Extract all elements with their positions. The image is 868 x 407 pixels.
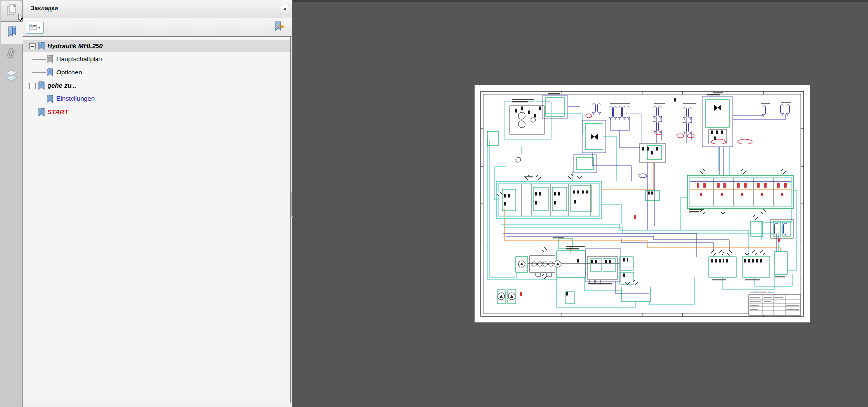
bookmark-label: Einstellungen	[56, 95, 95, 102]
bookmark-label: gehe zu...	[48, 82, 76, 89]
bookmark-item[interactable]: Hauptschaltplan	[23, 53, 290, 66]
collapse-panel-button[interactable]: ◄	[280, 5, 289, 14]
bookmark-ribbon-icon	[38, 81, 45, 90]
bookmark-item[interactable]: Hydraulik MHL250	[23, 40, 290, 52]
bookmark-ribbon-icon	[38, 42, 45, 50]
document-top-strip	[293, 0, 868, 2]
bookmark-tree: Hydraulik MHL250HauptschaltplanOptioneng…	[23, 36, 291, 403]
bookmark-label: Optionen	[56, 69, 82, 76]
svg-text:Hydraulik Schaltplan Optionen: Hydraulik Schaltplan Optionen	[749, 291, 775, 293]
panel-title: Закладки	[31, 5, 58, 12]
bookmark-ribbon-icon	[38, 108, 45, 117]
tree-connector	[32, 72, 46, 73]
bookmarks-panel: Закладки ◄ ▾	[23, 0, 292, 407]
pdf-viewer-window: { "panel": { "title": "Закладки", "colla…	[0, 0, 868, 407]
goto-bookmark-icon	[274, 20, 286, 34]
expander-collapse-icon[interactable]	[29, 83, 36, 89]
bookmark-options-icon	[29, 24, 37, 32]
bookmark-item[interactable]: Optionen	[23, 66, 290, 79]
bookmark-label: Hydraulik MHL250	[48, 42, 103, 49]
bookmark-ribbon-icon	[47, 95, 54, 103]
tree-connector	[32, 89, 32, 99]
bookmark-options-button[interactable]: ▾	[26, 22, 44, 34]
bookmark-label: START	[48, 108, 68, 116]
bookmark-item[interactable]: Einstellungen	[23, 93, 290, 105]
pdf-page[interactable]: Hydraulik Schaltplan Optionen	[474, 85, 810, 323]
layers-tab[interactable]	[1, 67, 21, 86]
bookmark-label: Hauptschaltplan	[56, 55, 102, 63]
mouse-cursor	[18, 14, 24, 24]
goto-bookmark-button[interactable]	[274, 21, 286, 33]
bookmark-item[interactable]: START	[23, 106, 290, 119]
bookmark-ribbon-icon	[47, 68, 54, 77]
attachments-tab[interactable]	[1, 45, 21, 65]
bookmark-ribbon-icon	[47, 55, 54, 64]
tree-connector	[32, 49, 32, 72]
expander-collapse-icon[interactable]	[29, 43, 36, 49]
bookmarks-panel-header: Закладки ◄	[23, 0, 292, 18]
pages-icon	[5, 3, 18, 19]
document-area[interactable]: Hydraulik Schaltplan Optionen	[293, 0, 868, 407]
bookmark-item[interactable]: gehe zu...	[23, 79, 290, 92]
hydraulic-schematic: Hydraulik Schaltplan Optionen	[475, 85, 810, 322]
bookmark-icon	[6, 25, 18, 40]
tree-connector	[32, 99, 46, 99]
layers-icon	[4, 69, 18, 84]
tree-connector	[32, 59, 46, 60]
chevron-down-icon: ▾	[38, 25, 40, 30]
bookmarks-toolbar: ▾	[23, 18, 292, 37]
bookmarks-tab[interactable]	[1, 22, 23, 44]
navigation-icon-strip	[0, 0, 23, 407]
paperclip-icon	[5, 47, 18, 63]
